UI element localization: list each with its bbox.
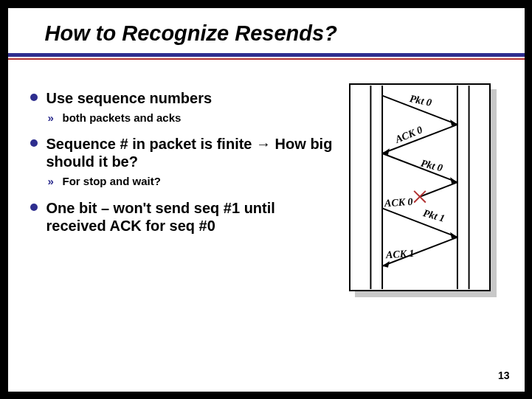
page-number: 13 [498, 369, 510, 381]
bullet-2-sub-1: For stop and wait? [46, 175, 333, 189]
bullet-2-sublist: For stop and wait? [46, 175, 333, 189]
divider-red [8, 58, 525, 60]
bullet-1-sublist: both packets and acks [46, 111, 333, 125]
bullet-1: Use sequence numbers both packets and ac… [30, 89, 333, 125]
divider-blue [8, 53, 525, 57]
svg-marker-16 [382, 260, 390, 267]
diagram-box: Pkt 0 ACK 0 Pkt 0 ACK 0 Pkt 1 ACK 1 [349, 83, 491, 291]
bullet-column: Use sequence numbers both packets and ac… [30, 89, 340, 303]
right-arrow-icon: → [256, 136, 271, 152]
bullet-1-text: Use sequence numbers [46, 90, 213, 106]
bullet-1-sub-1: both packets and acks [46, 111, 333, 125]
slide-title: How to Recognize Resends? [30, 21, 502, 46]
svg-line-13 [382, 208, 457, 237]
svg-line-10 [420, 182, 457, 197]
bullet-2-pre: Sequence # in packet is finite [46, 136, 257, 152]
bullet-3: One bit – won't send seq #1 until receiv… [30, 199, 333, 235]
bullet-2: Sequence # in packet is finite → How big… [30, 135, 333, 189]
slide: How to Recognize Resends? Use sequence n… [8, 8, 525, 392]
content-area: Use sequence numbers both packets and ac… [30, 89, 502, 303]
sequence-diagram: Pkt 0 ACK 0 Pkt 0 ACK 0 Pkt 1 ACK 1 [348, 82, 502, 303]
diagram-svg [350, 85, 489, 290]
label-ack1: ACK 1 [385, 247, 415, 261]
bullet-3-text: One bit – won't send seq #1 until receiv… [46, 200, 275, 234]
bullet-list: Use sequence numbers both packets and ac… [30, 89, 333, 235]
label-ack0-2: ACK 0 [384, 195, 413, 209]
